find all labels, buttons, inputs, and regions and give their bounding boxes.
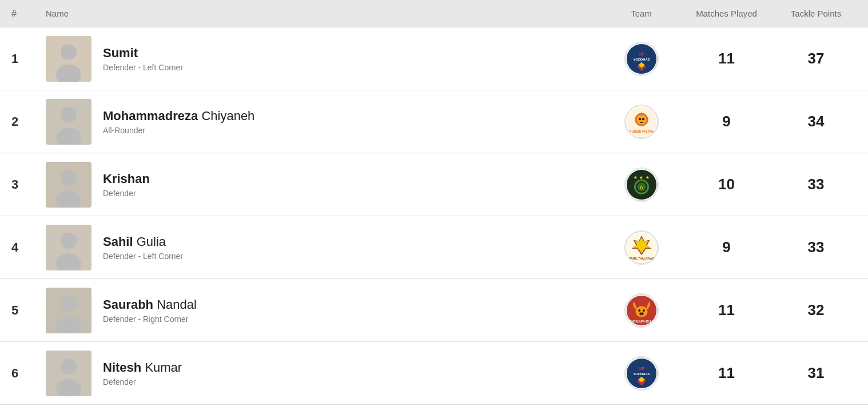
svg-text:UP: UP: [638, 366, 644, 371]
player-first-name: Sumit: [103, 46, 138, 60]
header-tackle-points: Tackle Points: [775, 9, 857, 18]
player-rank: 2: [11, 114, 46, 129]
team-logo: PUNERI PALTAN: [605, 105, 678, 139]
team-logo-circle: ★ ★ ★ D: [624, 168, 659, 202]
matches-played-value: 10: [678, 176, 775, 193]
player-rank: 6: [11, 366, 46, 381]
team-logo: TAMIL THALAIVAS: [605, 230, 678, 265]
player-role: Defender: [103, 189, 605, 198]
header-name: Name: [46, 9, 605, 18]
team-logo-circle: TAMIL THALAIVAS: [624, 230, 659, 265]
player-name: Sahil Gulia: [103, 234, 605, 249]
table-row: 4 Sahil Gulia Defender - Left Corner TAM…: [0, 216, 868, 279]
player-name: Saurabh Nandal: [103, 297, 605, 312]
svg-text:★: ★: [633, 176, 637, 180]
svg-point-50: [639, 313, 641, 315]
player-photo: [46, 225, 91, 270]
svg-point-47: [638, 309, 640, 312]
player-first-name: Saurabh: [103, 297, 153, 312]
tackle-points-value: 37: [775, 50, 857, 67]
svg-point-20: [642, 118, 644, 120]
svg-point-19: [639, 118, 641, 120]
matches-played-value: 9: [678, 113, 775, 130]
player-first-name: Krishan: [103, 172, 150, 186]
player-name: Krishan: [103, 172, 605, 186]
svg-point-23: [61, 170, 77, 186]
team-logo: BENGALURU BULLS: [605, 293, 678, 328]
svg-point-42: [61, 296, 77, 312]
player-photo: [46, 351, 91, 396]
matches-played-value: 11: [678, 364, 775, 382]
player-photo: [46, 36, 91, 82]
player-last-name: Kumar: [145, 360, 182, 375]
svg-point-51: [642, 313, 643, 315]
tackle-points-value: 33: [775, 176, 857, 193]
svg-point-54: [61, 359, 77, 375]
player-info: Sahil Gulia Defender - Left Corner: [103, 234, 605, 261]
player-rank: 5: [11, 303, 46, 318]
player-name: Mohammadreza Chiyaneh: [103, 109, 605, 124]
svg-text:YODDHAS: YODDHAS: [633, 372, 650, 375]
player-photo: [46, 162, 91, 208]
header-matches-played: Matches Played: [678, 9, 775, 18]
tackle-points-value: 34: [775, 113, 857, 130]
player-last-name: Gulia: [137, 234, 166, 249]
header-team: Team: [605, 9, 678, 18]
player-last-name: Chiyaneh: [201, 109, 254, 123]
player-first-name: Nitesh: [103, 360, 141, 375]
svg-text:★: ★: [639, 176, 643, 180]
svg-text:YODDHAS: YODDHAS: [633, 57, 650, 61]
player-role: All-Rounder: [103, 126, 605, 135]
header-rank: #: [11, 9, 46, 19]
player-name: Nitesh Kumar: [103, 360, 605, 375]
svg-text:★: ★: [645, 176, 649, 180]
player-role: Defender - Right Corner: [103, 315, 605, 324]
player-name: Sumit: [103, 46, 605, 61]
team-logo-circle: PUNERI PALTAN: [624, 105, 659, 139]
svg-point-15: [636, 114, 646, 124]
player-info: Krishan Defender: [103, 172, 605, 198]
player-photo: [46, 288, 91, 333]
svg-point-34: [61, 233, 77, 249]
player-first-name: Sahil: [103, 234, 133, 249]
player-photo: [46, 99, 91, 145]
table-row: 3 Krishan Defender ★ ★ ★ D: [0, 153, 868, 216]
player-role: Defender - Left Corner: [103, 252, 605, 261]
player-rank: 1: [11, 51, 46, 66]
svg-point-48: [642, 309, 644, 312]
svg-text:BENGALURU BULLS: BENGALURU BULLS: [627, 320, 655, 323]
team-logo-circle: UP YODDHAS: [624, 356, 659, 391]
team-logo: ★ ★ ★ D: [605, 168, 678, 202]
player-info: Nitesh Kumar Defender: [103, 360, 605, 387]
table-row: 2 Mohammadreza Chiyaneh All-Rounder: [0, 90, 868, 153]
matches-played-value: 9: [678, 238, 775, 256]
svg-text:D: D: [640, 185, 643, 189]
table-row: 1 Sumit Defender - Left Corner UP YODDHA…: [0, 27, 868, 90]
player-rank: 4: [11, 240, 46, 255]
player-info: Mohammadreza Chiyaneh All-Rounder: [103, 109, 605, 135]
player-role: Defender - Left Corner: [103, 63, 605, 72]
player-info: Sumit Defender - Left Corner: [103, 46, 605, 72]
svg-text:UP: UP: [638, 51, 644, 57]
svg-point-10: [61, 107, 77, 123]
table-row: 5 Saurabh Nandal Defender - Right Corner: [0, 279, 868, 342]
table-header: # Name Team Matches Played Tackle Points: [0, 0, 868, 27]
players-list: 1 Sumit Defender - Left Corner UP YODDHA…: [0, 27, 868, 405]
team-logo: UP YODDHAS: [605, 356, 678, 391]
player-info: Saurabh Nandal Defender - Right Corner: [103, 297, 605, 324]
player-role: Defender: [103, 377, 605, 387]
svg-text:PUNERI PALTAN: PUNERI PALTAN: [630, 130, 654, 133]
svg-text:TAMIL THALAIVAS: TAMIL THALAIVAS: [629, 257, 654, 260]
player-last-name: Nandal: [157, 297, 197, 312]
team-logo-circle: BENGALURU BULLS: [624, 293, 659, 328]
table-row: 6 Nitesh Kumar Defender UP YODDHAS: [0, 342, 868, 405]
matches-played-value: 11: [678, 50, 775, 67]
tackle-points-value: 33: [775, 238, 857, 256]
team-logo-circle: UP YODDHAS: [624, 42, 659, 76]
matches-played-value: 11: [678, 301, 775, 319]
team-logo: UP YODDHAS: [605, 42, 678, 76]
svg-point-1: [61, 44, 77, 60]
tackle-points-value: 32: [775, 301, 857, 319]
player-rank: 3: [11, 177, 46, 192]
tackle-points-value: 31: [775, 364, 857, 382]
